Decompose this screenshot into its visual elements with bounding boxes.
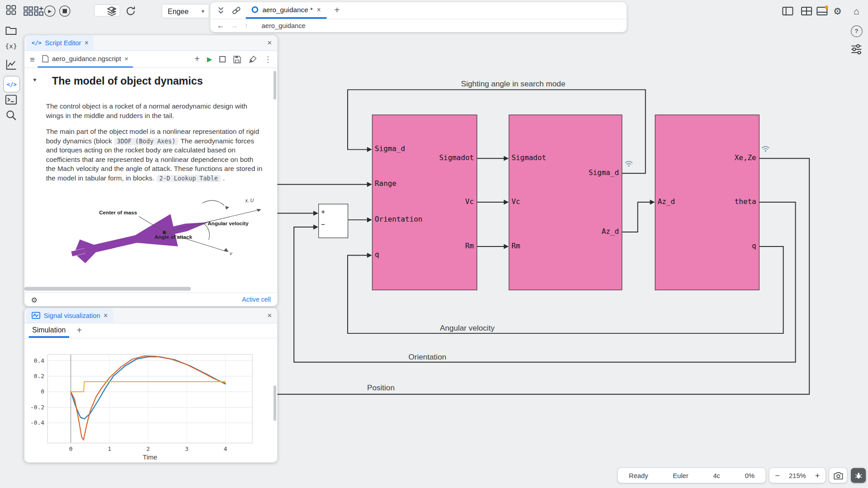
- layers-stack-icon[interactable]: [106, 5, 117, 16]
- variables-icon[interactable]: {x}: [5, 39, 18, 52]
- script-editor-header: </> Script Editor × ×: [24, 35, 278, 51]
- bug-report-button[interactable]: [851, 468, 866, 483]
- step-label[interactable]: 4c: [713, 472, 720, 479]
- figure-label-center-of-mass: Center of mass: [99, 209, 137, 215]
- signal-panel-tab[interactable]: Signal visualization ×: [27, 308, 113, 323]
- port-label: q: [375, 250, 379, 260]
- add-plot-button[interactable]: +: [77, 326, 82, 336]
- bug-icon: [854, 472, 862, 479]
- panel-close-icon[interactable]: ×: [267, 311, 272, 319]
- charts-icon[interactable]: [5, 58, 18, 71]
- horizontal-scrollbar[interactable]: [24, 287, 191, 291]
- svg-text:0.2: 0.2: [34, 373, 44, 379]
- terminal-icon[interactable]: [5, 93, 18, 106]
- file-browser-folder-icon[interactable]: [5, 24, 18, 37]
- update-model-loop-icon[interactable]: [125, 5, 136, 16]
- code-icon: </>: [32, 40, 42, 46]
- panel-close-icon[interactable]: ×: [267, 39, 272, 47]
- svg-text:1: 1: [108, 445, 111, 452]
- scope-icon: [32, 311, 41, 319]
- nav-back-icon[interactable]: ←: [217, 22, 224, 30]
- target-select-value: Engee: [168, 7, 189, 15]
- breadcrumb-path[interactable]: aero_guidance: [262, 22, 306, 29]
- port-label: Az_d: [658, 197, 675, 207]
- clear-brush-icon[interactable]: [249, 55, 257, 63]
- app-launcher-icon[interactable]: [5, 3, 18, 16]
- progress-label: 0%: [745, 472, 755, 479]
- file-tab-ngscript[interactable]: aero_guidance.ngscript ×: [38, 51, 132, 68]
- top-toolbar: ▶ Engee ▾: [22, 0, 868, 22]
- svg-text:3: 3: [185, 445, 189, 452]
- left-sidebar: {x} </>: [0, 0, 22, 488]
- script-content[interactable]: The model of object dynamics The control…: [24, 67, 278, 292]
- svg-text:4: 4: [224, 445, 227, 452]
- active-cell-link[interactable]: Active cell: [242, 296, 270, 303]
- script-editor-footer: ⚙ Active cell: [24, 293, 278, 307]
- question-mark-icon: ?: [850, 25, 862, 37]
- save-icon[interactable]: [233, 55, 241, 63]
- signal-panel-header: Signal visualization × ×: [24, 308, 278, 323]
- wire-label-position[interactable]: Position: [367, 383, 395, 392]
- add-cell-button[interactable]: +: [194, 54, 199, 64]
- code-chip-lookup: 2-D Lookup Table: [156, 175, 221, 182]
- svg-text:-0.2: -0.2: [30, 404, 44, 411]
- app-root: + − Sigma_d Range Orientation q Sigmadot…: [0, 0, 868, 488]
- nav-forward-icon[interactable]: →: [231, 22, 238, 30]
- svg-text:2: 2: [146, 445, 150, 452]
- zoom-level[interactable]: 215%: [789, 472, 806, 479]
- target-select[interactable]: Engee ▾: [162, 4, 209, 19]
- camera-icon: [833, 472, 843, 479]
- kebab-menu-icon[interactable]: ⋮: [264, 55, 272, 64]
- signal-logging-wifi-icon[interactable]: [760, 145, 770, 152]
- script-editor-sidebar-item[interactable]: </>: [3, 76, 20, 93]
- zoom-out-button[interactable]: −: [775, 471, 780, 480]
- script-editor-tab[interactable]: </> Script Editor ×: [27, 35, 94, 50]
- simulation-chart[interactable]: 0.40.20-0.2-0.401234Time: [29, 351, 273, 462]
- doc-heading: The model of object dynamics: [52, 76, 263, 88]
- add-block-icon[interactable]: [34, 6, 44, 16]
- doc-paragraph-2: The main part of the object model is a n…: [46, 127, 263, 183]
- help-button[interactable]: ?: [850, 24, 863, 38]
- signal-logging-wifi-icon[interactable]: [624, 160, 634, 167]
- run-cell-button[interactable]: ▶: [207, 55, 212, 63]
- file-tab-close-icon[interactable]: ×: [124, 55, 128, 62]
- script-toolbar: + ▶ ⋮: [194, 51, 272, 68]
- zoom-in-button[interactable]: +: [815, 471, 820, 480]
- wire-label-angular-velocity[interactable]: Angular velocity: [440, 323, 495, 332]
- stop-cell-button[interactable]: [219, 56, 226, 63]
- vertical-scrollbar[interactable]: [274, 71, 276, 100]
- wire-label-sighting-angle[interactable]: Sighting angle in search mode: [461, 79, 566, 88]
- figure-label-angular-velocity: Angular velocity: [208, 220, 249, 226]
- port-label: Az_d: [602, 227, 619, 237]
- model-block-guidance[interactable]: [372, 114, 477, 290]
- paragraph-text: .: [223, 175, 225, 182]
- tab-simulation-label: Simulation: [32, 326, 66, 334]
- cell-list-icon[interactable]: ≡: [30, 55, 35, 64]
- screenshot-button[interactable]: [829, 468, 847, 483]
- vertical-scrollbar[interactable]: [274, 385, 276, 421]
- port-label: theta: [735, 197, 756, 207]
- new-project-grid-icon[interactable]: [23, 6, 33, 16]
- signal-tab-close-icon[interactable]: ×: [104, 312, 108, 319]
- svg-text:0: 0: [41, 388, 44, 395]
- run-simulation-button[interactable]: ▶: [44, 5, 55, 16]
- port-label: Rm: [465, 242, 474, 251]
- svg-text:-0.4: -0.4: [30, 419, 44, 426]
- settings-sliders-icon[interactable]: [850, 43, 863, 56]
- figure-label-axis: x, U: [245, 198, 254, 203]
- script-editor-tab-close-icon[interactable]: ×: [85, 39, 89, 47]
- port-label: Vc: [511, 197, 520, 207]
- search-zoom-icon[interactable]: [5, 109, 18, 122]
- model-block-seeker[interactable]: [509, 114, 622, 290]
- status-bar: Ready Euler 4c 0%: [618, 468, 766, 483]
- solver-label[interactable]: Euler: [673, 472, 688, 479]
- wire-label-orientation[interactable]: Orientation: [408, 352, 446, 361]
- tab-simulation[interactable]: Simulation: [29, 323, 69, 338]
- figure-label-angle-of-attack: Angle of attack: [155, 234, 193, 240]
- port-label: Sigmadot: [511, 153, 546, 163]
- status-ready: Ready: [629, 472, 648, 479]
- gear-icon[interactable]: ⚙: [31, 295, 38, 303]
- sum-minus-sign: −: [321, 220, 325, 228]
- stop-simulation-button[interactable]: [59, 5, 70, 16]
- nav-up-icon[interactable]: ↑: [245, 22, 248, 30]
